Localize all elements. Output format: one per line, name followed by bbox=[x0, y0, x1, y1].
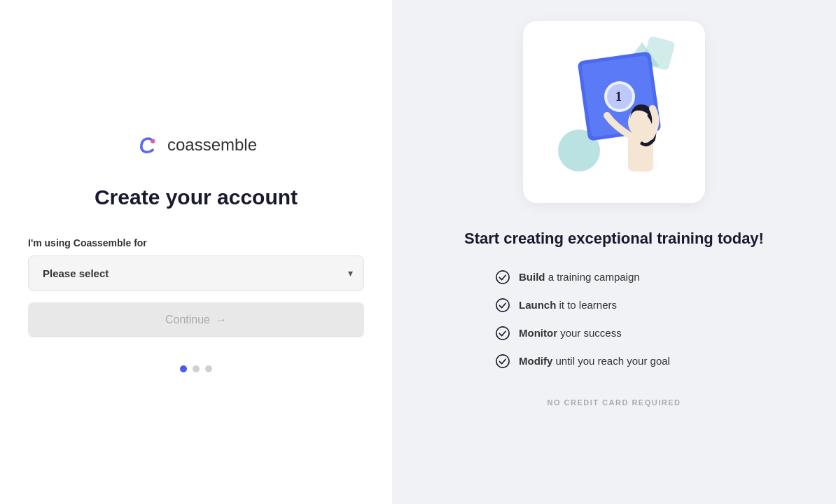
check-circle-icon-launch bbox=[495, 298, 510, 313]
logo-text: coassemble bbox=[167, 135, 257, 155]
feature-item-modify: Modify until you reach your goal bbox=[495, 354, 733, 369]
svg-point-14 bbox=[496, 299, 509, 312]
step-dot-1 bbox=[180, 365, 187, 372]
feature-item-monitor: Monitor your success bbox=[495, 326, 733, 341]
right-panel: 1 Start creating exceptional training to… bbox=[392, 0, 836, 504]
illustration-card: 1 bbox=[523, 21, 705, 203]
feature-item-launch: Launch it to learners bbox=[495, 298, 733, 313]
check-circle-icon-modify bbox=[495, 354, 510, 369]
arrow-right-icon: → bbox=[216, 314, 227, 326]
feature-bold-modify: Modify bbox=[519, 355, 552, 367]
step-dot-2 bbox=[193, 365, 200, 372]
no-credit-label: NO CREDIT CARD REQUIRED bbox=[548, 398, 681, 407]
illustration: 1 bbox=[537, 35, 691, 189]
svg-text:1: 1 bbox=[615, 90, 622, 104]
feature-bold-monitor: Monitor bbox=[519, 327, 557, 339]
svg-point-15 bbox=[496, 327, 509, 340]
feature-item-build: Build a training campaign bbox=[495, 270, 733, 285]
svg-point-16 bbox=[496, 355, 509, 368]
select-wrapper: Please select Personal use Business use … bbox=[28, 255, 364, 291]
usage-select[interactable]: Please select Personal use Business use … bbox=[28, 255, 364, 291]
coassemble-logo-icon bbox=[135, 132, 160, 158]
svg-point-1 bbox=[151, 139, 155, 143]
field-label: I'm using Coassemble for bbox=[28, 237, 364, 248]
feature-list: Build a training campaign Launch it to l… bbox=[495, 270, 733, 382]
promo-title: Start creating exceptional training toda… bbox=[464, 228, 764, 250]
page-title: Create your account bbox=[28, 186, 364, 209]
feature-bold-build: Build bbox=[519, 271, 545, 283]
feature-bold-launch: Launch bbox=[519, 299, 556, 311]
continue-label: Continue bbox=[165, 314, 210, 326]
step-dot-3 bbox=[205, 365, 212, 372]
logo: coassemble bbox=[135, 132, 257, 158]
check-circle-icon-build bbox=[495, 270, 510, 285]
left-panel: coassemble Create your account I'm using… bbox=[0, 0, 392, 504]
continue-button[interactable]: Continue → bbox=[28, 302, 364, 337]
svg-point-13 bbox=[496, 271, 509, 284]
form-container: Create your account I'm using Coassemble… bbox=[28, 186, 364, 372]
step-dots bbox=[28, 365, 364, 372]
check-circle-icon-monitor bbox=[495, 326, 510, 341]
